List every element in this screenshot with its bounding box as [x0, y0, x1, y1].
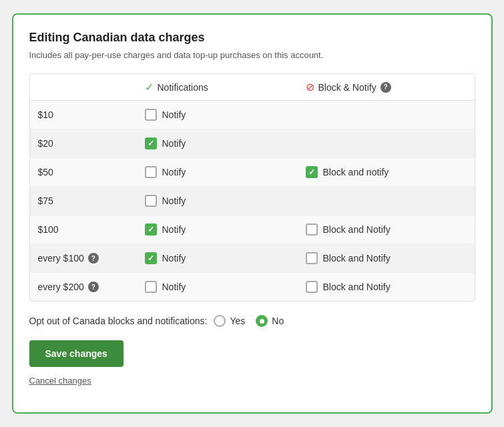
block-cell-row-100: Block and Notify — [306, 224, 467, 236]
table-row: every $100?NotifyBlock and Notify — [30, 244, 475, 273]
notify-label-row-every100: Notify — [162, 253, 186, 264]
notifications-label: Notifications — [158, 82, 208, 93]
row-label-row-every200: every $200? — [38, 282, 145, 292]
notify-checkbox-row-50[interactable] — [145, 166, 157, 178]
cancel-button[interactable]: Cancel changes — [29, 376, 91, 386]
block-checkbox-row-every100[interactable] — [306, 252, 318, 264]
row-help-icon-row-every100[interactable]: ? — [88, 253, 99, 264]
block-checkbox-row-100[interactable] — [306, 224, 318, 236]
block-label-row-every200: Block and Notify — [323, 282, 391, 292]
block-checkbox-row-50[interactable] — [306, 166, 318, 178]
notify-checkbox-row-100[interactable] — [145, 224, 157, 236]
table-body: $10Notify$20Notify$50NotifyBlock and not… — [30, 101, 475, 301]
block-cell-row-every100: Block and Notify — [306, 252, 467, 264]
notify-label-row-every200: Notify — [162, 282, 186, 292]
notify-checkbox-row-20[interactable] — [145, 137, 157, 149]
notify-label-row-10: Notify — [162, 109, 186, 120]
notify-checkbox-row-every200[interactable] — [145, 281, 157, 293]
card-title: Editing Canadian data charges — [29, 31, 475, 45]
notify-cell-row-50: Notify — [145, 166, 306, 178]
row-label-row-75: $75 — [38, 195, 145, 206]
row-label-row-50: $50 — [38, 167, 145, 177]
card-subtitle: Includes all pay-per-use charges and dat… — [29, 50, 475, 60]
block-notify-label: Block & Notify — [318, 82, 376, 93]
opt-out-no-radio[interactable] — [256, 315, 268, 327]
opt-out-radio-group: Yes No — [214, 315, 284, 327]
block-checkbox-row-every200[interactable] — [306, 281, 318, 293]
row-label-row-10: $10 — [38, 109, 145, 120]
notify-checkbox-row-10[interactable] — [145, 109, 157, 121]
table-row: $100NotifyBlock and Notify — [30, 216, 475, 244]
notify-label-row-50: Notify — [162, 167, 186, 177]
table-row: $10Notify — [30, 101, 475, 129]
notify-label-row-75: Notify — [162, 195, 186, 206]
opt-out-label: Opt out of Canada blocks and notificatio… — [29, 316, 208, 326]
opt-out-no-option[interactable]: No — [256, 315, 284, 327]
table-header: ✓ Notifications ⊘ Block & Notify ? — [30, 74, 475, 101]
row-label-row-20: $20 — [38, 138, 145, 149]
table-row: every $200?NotifyBlock and Notify — [30, 273, 475, 301]
notify-label-row-20: Notify — [162, 138, 186, 149]
row-label-row-every100: every $100? — [38, 253, 145, 264]
opt-out-yes-option[interactable]: Yes — [214, 315, 245, 327]
row-help-icon-row-every200[interactable]: ? — [88, 282, 99, 292]
block-label-row-100: Block and Notify — [323, 224, 391, 235]
notify-cell-row-100: Notify — [145, 224, 306, 236]
table-row: $50NotifyBlock and notify — [30, 158, 475, 187]
notify-cell-row-75: Notify — [145, 195, 306, 207]
opt-out-section: Opt out of Canada blocks and notificatio… — [29, 315, 475, 327]
notify-checkbox-row-75[interactable] — [145, 195, 157, 207]
opt-out-yes-label: Yes — [230, 316, 245, 326]
block-label-row-50: Block and notify — [323, 167, 389, 177]
notify-cell-row-every100: Notify — [145, 252, 306, 264]
table-row: $20Notify — [30, 129, 475, 158]
save-button[interactable]: Save changes — [29, 340, 123, 367]
notify-cell-row-every200: Notify — [145, 281, 306, 293]
header-col-block: ⊘ Block & Notify ? — [306, 81, 467, 93]
check-icon: ✓ — [145, 81, 154, 93]
row-label-row-100: $100 — [38, 224, 145, 235]
header-col-notifications: ✓ Notifications — [145, 81, 306, 93]
notify-cell-row-20: Notify — [145, 137, 306, 149]
block-icon: ⊘ — [306, 81, 314, 93]
block-cell-row-50: Block and notify — [306, 166, 467, 178]
block-notify-help-icon[interactable]: ? — [381, 82, 391, 93]
opt-out-no-label: No — [272, 316, 284, 326]
notify-cell-row-10: Notify — [145, 109, 306, 121]
block-label-row-every100: Block and Notify — [323, 253, 391, 264]
main-card: Editing Canadian data charges Includes a… — [12, 13, 493, 414]
opt-out-yes-radio[interactable] — [214, 315, 226, 327]
charges-table: ✓ Notifications ⊘ Block & Notify ? $10No… — [29, 73, 475, 302]
table-row: $75Notify — [30, 187, 475, 216]
notify-checkbox-row-every100[interactable] — [145, 252, 157, 264]
block-cell-row-every200: Block and Notify — [306, 281, 467, 293]
notify-label-row-100: Notify — [162, 224, 186, 235]
